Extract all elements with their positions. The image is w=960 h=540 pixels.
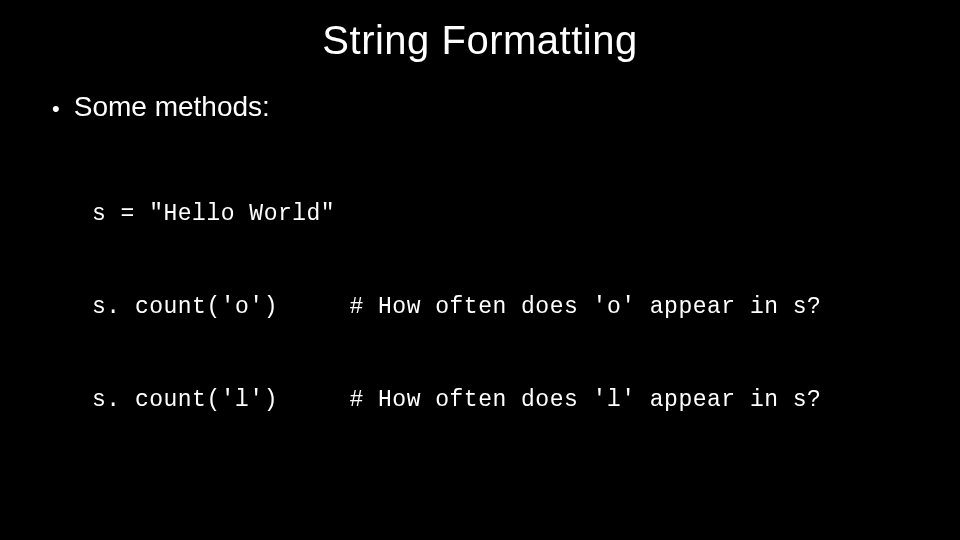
blank-line xyxy=(92,479,910,493)
code-line: s. count('l') # How often does 'l' appea… xyxy=(92,385,910,416)
code-block: s = "Hello World" s. count('o') # How of… xyxy=(50,123,910,540)
code-line: s = "Hello World" xyxy=(92,199,910,230)
bullet-text: Some methods: xyxy=(74,91,270,123)
slide: String Formatting • Some methods: s = "H… xyxy=(0,0,960,540)
slide-title: String Formatting xyxy=(0,0,960,63)
bullet-dot-icon: • xyxy=(52,95,60,123)
code-line: s. count('o') # How often does 'o' appea… xyxy=(92,292,910,323)
slide-body: • Some methods: s = "Hello World" s. cou… xyxy=(0,63,960,540)
bullet-item: • Some methods: xyxy=(50,91,910,123)
